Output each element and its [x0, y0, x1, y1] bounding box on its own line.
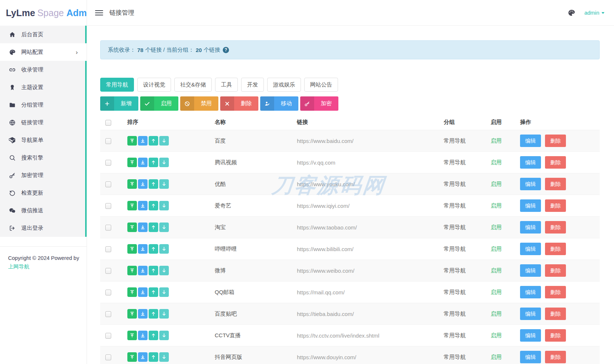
sort-up-button[interactable]: [149, 223, 158, 232]
edit-button[interactable]: 编辑: [520, 329, 541, 342]
row-checkbox[interactable]: [105, 333, 111, 339]
sort-top-button[interactable]: [127, 136, 137, 146]
delete-button[interactable]: 删除: [545, 308, 566, 320]
check-action-button[interactable]: 启用: [140, 96, 178, 111]
sort-bottom-button[interactable]: [138, 179, 148, 189]
sort-up-button[interactable]: [149, 158, 158, 167]
sort-top-button[interactable]: [127, 201, 137, 210]
tab-社交&存储[interactable]: 社交&存储: [174, 78, 212, 92]
sort-top-button[interactable]: [127, 287, 137, 297]
row-checkbox[interactable]: [105, 138, 111, 144]
row-checkbox[interactable]: [105, 225, 111, 231]
sort-up-button[interactable]: [149, 244, 158, 254]
edit-button[interactable]: 编辑: [520, 135, 541, 147]
sort-up-button[interactable]: [149, 287, 158, 297]
sort-down-button[interactable]: [159, 136, 169, 146]
user-action-button[interactable]: 移动: [260, 96, 298, 111]
edit-button[interactable]: 编辑: [520, 156, 541, 169]
edit-button[interactable]: 编辑: [520, 308, 541, 320]
delete-button[interactable]: 删除: [545, 221, 566, 234]
delete-button[interactable]: 删除: [545, 243, 566, 255]
sort-down-button[interactable]: [159, 331, 169, 340]
sidebar-item-home[interactable]: 后台首页: [0, 26, 87, 43]
sort-down-button[interactable]: [159, 223, 169, 232]
sort-top-button[interactable]: [127, 352, 137, 362]
sidebar-item-search[interactable]: 搜索引擎: [0, 149, 87, 166]
sort-bottom-button[interactable]: [138, 266, 148, 275]
sort-down-button[interactable]: [159, 287, 169, 297]
tab-游戏娱乐[interactable]: 游戏娱乐: [267, 78, 301, 92]
sort-top-button[interactable]: [127, 266, 137, 275]
delete-button[interactable]: 删除: [545, 199, 566, 212]
row-checkbox[interactable]: [105, 268, 111, 274]
tab-设计视觉[interactable]: 设计视觉: [137, 78, 171, 92]
sidebar-item-refresh[interactable]: 检查更新: [0, 184, 87, 202]
edit-button[interactable]: 编辑: [520, 221, 541, 234]
sidebar-item-palette[interactable]: 网站配置 ›: [0, 43, 87, 61]
edit-button[interactable]: 编辑: [520, 264, 541, 277]
delete-button[interactable]: 删除: [545, 264, 566, 277]
delete-button[interactable]: 删除: [545, 178, 566, 190]
sidebar-item-globe[interactable]: 链接管理: [0, 114, 87, 131]
sort-up-button[interactable]: [149, 201, 158, 210]
sort-down-button[interactable]: [159, 201, 169, 210]
times-action-button[interactable]: 删除: [220, 96, 258, 111]
select-all-checkbox[interactable]: [105, 120, 111, 126]
sort-down-button[interactable]: [159, 309, 169, 319]
edit-button[interactable]: 编辑: [520, 199, 541, 212]
sort-down-button[interactable]: [159, 158, 169, 167]
sort-down-button[interactable]: [159, 352, 169, 362]
delete-button[interactable]: 删除: [545, 329, 566, 342]
row-checkbox[interactable]: [105, 246, 111, 252]
sort-bottom-button[interactable]: [138, 309, 148, 319]
plus-action-button[interactable]: 新增: [100, 96, 138, 111]
sort-top-button[interactable]: [127, 223, 137, 232]
tab-网站公告[interactable]: 网站公告: [304, 78, 338, 92]
sort-bottom-button[interactable]: [138, 158, 148, 167]
edit-button[interactable]: 编辑: [520, 243, 541, 255]
row-checkbox[interactable]: [105, 203, 111, 209]
sort-top-button[interactable]: [127, 331, 137, 340]
help-icon[interactable]: ?: [223, 47, 229, 53]
sort-up-button[interactable]: [149, 309, 158, 319]
delete-button[interactable]: 删除: [545, 286, 566, 298]
sidebar-item-link[interactable]: 收录管理: [0, 61, 87, 78]
row-checkbox[interactable]: [105, 160, 111, 166]
sidebar-item-key[interactable]: 加密管理: [0, 166, 87, 184]
sort-bottom-button[interactable]: [138, 223, 148, 232]
sidebar-item-award[interactable]: 主题设置: [0, 78, 87, 96]
sort-up-button[interactable]: [149, 136, 158, 146]
delete-button[interactable]: 删除: [545, 351, 566, 363]
sort-top-button[interactable]: [127, 158, 137, 167]
delete-button[interactable]: 删除: [545, 135, 566, 147]
sort-top-button[interactable]: [127, 244, 137, 254]
sort-bottom-button[interactable]: [138, 287, 148, 297]
key-action-button[interactable]: 加密: [300, 96, 338, 111]
sort-up-button[interactable]: [149, 331, 158, 340]
edit-button[interactable]: 编辑: [520, 178, 541, 190]
ban-action-button[interactable]: 禁用: [180, 96, 218, 111]
user-dropdown[interactable]: admin: [584, 10, 604, 16]
sort-top-button[interactable]: [127, 309, 137, 319]
tab-开发[interactable]: 开发: [241, 78, 264, 92]
delete-button[interactable]: 删除: [545, 156, 566, 169]
sidebar-item-wechat[interactable]: 微信推送: [0, 202, 87, 219]
sidebar-item-box[interactable]: 导航菜单: [0, 131, 87, 149]
copyright-link[interactable]: 上网导航: [8, 264, 29, 269]
sort-bottom-button[interactable]: [138, 244, 148, 254]
sort-down-button[interactable]: [159, 244, 169, 254]
sort-top-button[interactable]: [127, 179, 137, 189]
sort-bottom-button[interactable]: [138, 201, 148, 210]
sidebar-item-logout[interactable]: 退出登录: [0, 219, 87, 237]
row-checkbox[interactable]: [105, 181, 111, 187]
sort-up-button[interactable]: [149, 266, 158, 275]
sort-up-button[interactable]: [149, 179, 158, 189]
row-checkbox[interactable]: [105, 354, 111, 360]
row-checkbox[interactable]: [105, 311, 111, 317]
row-checkbox[interactable]: [105, 290, 111, 295]
menu-toggle-icon[interactable]: [95, 10, 103, 15]
theme-palette-icon[interactable]: [567, 9, 575, 17]
tab-工具[interactable]: 工具: [215, 78, 238, 92]
sort-down-button[interactable]: [159, 179, 169, 189]
sort-up-button[interactable]: [149, 352, 158, 362]
